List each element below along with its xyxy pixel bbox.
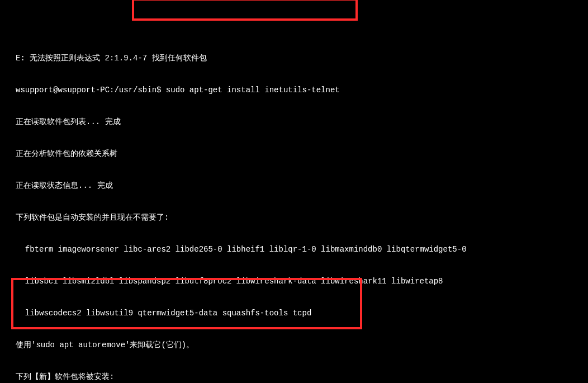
- command-text: sudo apt-get install inetutils-telnet: [166, 86, 340, 94]
- highlight-install-command: [132, 0, 358, 21]
- output-line: E: 无法按照正则表达式 2:1.9.4-7 找到任何软件包: [16, 53, 584, 64]
- output-line: 正在分析软件包的依赖关系树: [16, 149, 584, 159]
- output-line: 正在读取软件包列表... 完成: [16, 117, 584, 127]
- output-line: libwscodecs2 libwsutil9 qtermwidget5-dat…: [16, 308, 584, 319]
- output-line: libsbc1 libsmi2ldbl libspandsp2 libutf8p…: [16, 276, 584, 287]
- prompt-line[interactable]: wsupport@wsupport-PC:/usr/sbin$ sudo apt…: [16, 85, 584, 96]
- output-line: fbterm imageworsener libc-ares2 libde265…: [16, 244, 584, 255]
- output-line: 下列【新】软件包将被安装:: [16, 372, 584, 382]
- output-line: 使用'sudo apt autoremove'来卸载它(它们)。: [16, 340, 584, 351]
- output-line: 正在读取状态信息... 完成: [16, 181, 584, 191]
- output-line: 下列软件包是自动安装的并且现在不需要了:: [16, 212, 584, 223]
- terminal-output[interactable]: E: 无法按照正则表达式 2:1.9.4-7 找到任何软件包 wsupport@…: [0, 0, 588, 383]
- shell-prompt: wsupport@wsupport-PC:/usr/sbin$: [16, 86, 166, 94]
